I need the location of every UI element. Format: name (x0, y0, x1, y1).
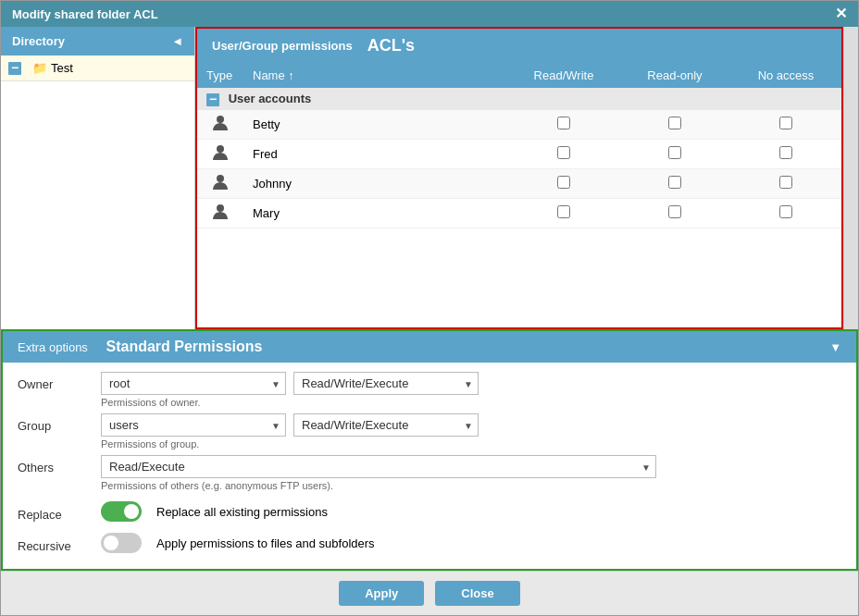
directory-item-test[interactable]: − 📁 Test (1, 55, 194, 81)
section-collapse-icon[interactable]: − (206, 93, 219, 106)
replace-slider (101, 501, 142, 522)
replace-inputs: Replace all existing permissions (101, 501, 841, 522)
owner-select[interactable]: root admin nobody (101, 372, 286, 395)
replace-row: Replace Replace all existing permissions (18, 497, 841, 526)
row-no-access (730, 168, 841, 198)
extra-options-label: Extra options (18, 340, 88, 354)
apply-button[interactable]: Apply (339, 581, 424, 606)
row-no-access (730, 110, 841, 140)
row-read-only (619, 139, 730, 168)
read-only-checkbox[interactable] (668, 146, 681, 159)
modal-close-button[interactable]: ✕ (835, 6, 847, 21)
row-name: Mary (243, 198, 508, 228)
no-access-checkbox[interactable] (779, 117, 792, 129)
others-select[interactable]: Read/Execute Read/Write/Execute Read/Wri… (101, 455, 656, 478)
modal-body: Directory ◄ − 📁 Test User/Group permissi… (1, 27, 858, 615)
close-button[interactable]: Close (435, 581, 519, 606)
read-only-checkbox[interactable] (668, 205, 681, 218)
replace-toggle[interactable] (101, 501, 142, 522)
row-read-write (508, 110, 619, 140)
col-read-write: Read/Write (508, 63, 619, 88)
no-access-checkbox[interactable] (779, 176, 792, 189)
row-read-write (508, 198, 619, 228)
directory-panel: Directory ◄ − 📁 Test (1, 27, 195, 329)
directory-header: Directory ◄ (1, 27, 194, 55)
col-name: Name ↑ (243, 63, 508, 88)
acl-header: User/Group permissions ACL's (197, 29, 841, 63)
sort-icon[interactable]: ↑ (288, 68, 294, 82)
no-access-checkbox[interactable] (779, 205, 792, 218)
extra-options-labels: Extra options Standard Permissions (18, 339, 262, 355)
group-select[interactable]: users admin nobody (101, 413, 286, 437)
acl-section-row: − User accounts (197, 88, 841, 110)
acl-table: Type Name ↑ Read/Write Read-only No acce… (197, 63, 841, 228)
replace-controls: Replace all existing permissions (101, 501, 841, 522)
directory-item-label: Test (51, 61, 73, 75)
row-type-icon (197, 110, 243, 140)
table-row: Mary (197, 198, 841, 228)
owner-permission-select[interactable]: Read/Write/Execute Read/Write Read-only … (293, 372, 479, 395)
read-write-checkbox[interactable] (557, 205, 570, 218)
minus-square-icon: − (8, 61, 27, 75)
row-name: Betty (243, 110, 508, 140)
modal-title: Modify shared folder ACL (12, 7, 158, 21)
group-hint: Permissions of group. (101, 438, 841, 450)
svg-point-0 (217, 116, 224, 123)
group-permission-select[interactable]: Read/Write/Execute Read/Write Read-only … (293, 413, 479, 437)
group-controls: users admin nobody Read/Write/Execute Re… (101, 413, 841, 453)
read-only-checkbox[interactable] (668, 176, 681, 189)
expand-icon[interactable]: ▼ (829, 340, 841, 354)
standard-permissions-label: Standard Permissions (106, 339, 263, 354)
recursive-row: Recursive Apply permissions to files and… (18, 528, 841, 558)
others-inputs: Read/Execute Read/Write/Execute Read/Wri… (101, 455, 841, 478)
recursive-toggle-label: Apply permissions to files and subfolder… (156, 536, 375, 550)
group-inputs: users admin nobody Read/Write/Execute Re… (101, 413, 841, 437)
extra-options-body: Owner root admin nobody (3, 363, 856, 569)
read-write-checkbox[interactable] (557, 117, 570, 129)
recursive-inputs: Apply permissions to files and subfolder… (101, 533, 841, 553)
others-row: Others Read/Execute Read/Write/Execute R… (18, 455, 841, 495)
svg-point-1 (217, 145, 224, 153)
owner-select-wrap: root admin nobody (101, 372, 286, 395)
modal-header: Modify shared folder ACL ✕ (1, 1, 858, 27)
scrollbar[interactable] (843, 27, 858, 329)
row-read-only (619, 168, 730, 198)
replace-label: Replace (18, 502, 101, 522)
row-name: Fred (243, 139, 508, 168)
row-no-access (730, 139, 841, 168)
read-write-checkbox[interactable] (557, 176, 570, 189)
others-controls: Read/Execute Read/Write/Execute Read/Wri… (101, 455, 841, 495)
group-row: Group users admin nobody (18, 413, 841, 453)
owner-inputs: root admin nobody Read/Write/Execute Rea… (101, 372, 841, 395)
read-write-checkbox[interactable] (557, 146, 570, 159)
row-read-only (619, 110, 730, 140)
table-row: Johnny (197, 168, 841, 198)
directory-back-icon[interactable]: ◄ (171, 34, 183, 48)
recursive-toggle[interactable] (101, 533, 142, 553)
row-no-access (730, 198, 841, 228)
row-name: Johnny (243, 168, 508, 198)
col-type: Type (197, 63, 243, 88)
acl-panel: User/Group permissions ACL's Type Name ↑ (195, 27, 843, 329)
others-select-wrap: Read/Execute Read/Write/Execute Read/Wri… (101, 455, 656, 478)
group-permission-select-wrap: Read/Write/Execute Read/Write Read-only … (293, 413, 479, 437)
extra-options-header: Extra options Standard Permissions ▼ (3, 331, 856, 363)
recursive-label: Recursive (18, 534, 101, 553)
group-select-wrap: users admin nobody (101, 413, 286, 437)
col-read-only: Read-only (619, 63, 730, 88)
owner-hint: Permissions of owner. (101, 397, 841, 408)
extra-options-section: Extra options Standard Permissions ▼ Own… (1, 329, 858, 571)
acl-tab-acls[interactable]: ACL's (367, 36, 415, 55)
acl-tab-user-group[interactable]: User/Group permissions (212, 39, 353, 53)
read-only-checkbox[interactable] (668, 117, 681, 129)
modal-footer: Apply Close (1, 571, 858, 615)
no-access-checkbox[interactable] (779, 146, 792, 159)
col-no-access: No access (730, 63, 841, 88)
owner-permission-select-wrap: Read/Write/Execute Read/Write Read-only … (293, 372, 479, 395)
group-label: Group (18, 413, 101, 433)
recursive-controls: Apply permissions to files and subfolder… (101, 533, 841, 553)
acl-table-wrapper: Type Name ↑ Read/Write Read-only No acce… (197, 63, 841, 327)
replace-toggle-label: Replace all existing permissions (156, 505, 328, 519)
owner-label: Owner (18, 372, 101, 391)
row-type-icon (197, 198, 243, 228)
